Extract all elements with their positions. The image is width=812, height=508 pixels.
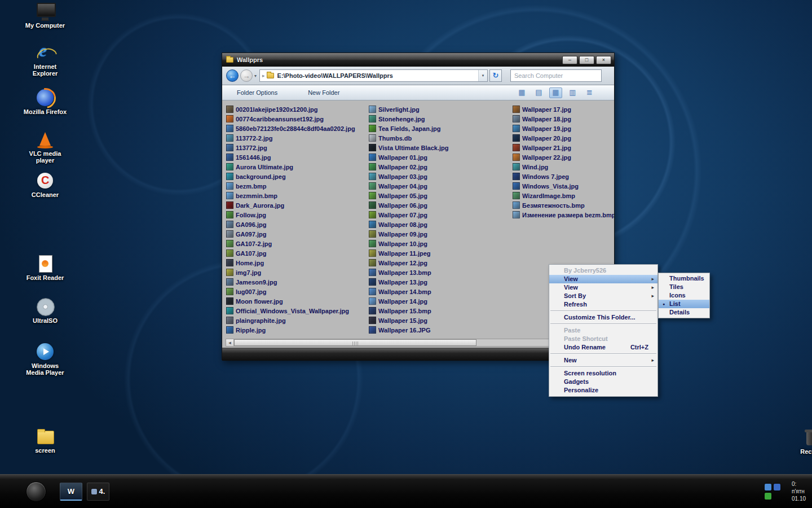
file-item[interactable]: lug007.jpg [226,287,368,296]
file-item[interactable]: Wallpaper 03.jpg [369,172,511,181]
file-item[interactable]: Wallpaper 05.jpg [369,191,511,200]
file-item[interactable]: Безмятежность.bmp [513,200,614,210]
file-item[interactable]: Dark_Aurora.jpg [226,200,368,210]
file-item[interactable]: GA096.jpg [226,220,368,229]
maximize-button[interactable]: □ [579,56,594,64]
desktop-icon-windows-media-player[interactable]: Windows Media Player [23,343,68,376]
search-input[interactable] [510,69,602,82]
close-button[interactable]: × [596,56,611,64]
context-menu-item-screen-resolution[interactable]: Screen resolution [549,369,657,378]
file-item[interactable]: Home.jpg [226,258,368,268]
desktop-icon-my-computer[interactable]: My Computer [23,3,68,29]
submenu-item-thumbnails[interactable]: Thumbnails [659,274,709,283]
views-list-icon[interactable]: ▥ [566,87,579,98]
file-item[interactable]: Wallpaper 17.jpg [513,104,614,114]
desktop-icon-foxit-reader[interactable]: Foxit Reader [23,255,68,281]
file-item[interactable]: Thumbs.db [369,133,511,143]
file-item[interactable]: Official_Windows_Vista_Wallpaper.jpg [226,306,368,316]
file-item[interactable]: Wallpaper 07.jpg [369,210,511,220]
file-item[interactable]: 00774caribbeansunset192.jpg [226,114,368,124]
display-tray-icon[interactable] [765,484,771,491]
file-item[interactable]: Stonehenge.jpg [369,114,511,124]
desktop-icon-ccleaner[interactable]: CCleaner [23,172,68,198]
file-item[interactable]: Wallpaper 13.bmp [369,268,511,277]
desktop-icon-internet-explorer[interactable]: Internet Explorer [23,44,68,77]
file-item[interactable]: Ripple.jpg [226,325,368,335]
file-item[interactable]: Wallpaper 09.jpg [369,229,511,239]
views-grid-icon[interactable]: ▦ [549,87,562,98]
file-item[interactable]: plaingraphite.jpg [226,316,368,325]
file-item[interactable]: Windows 7.jpeg [513,172,614,181]
file-item[interactable]: Wallpaper 15.jpg [369,316,511,325]
views-tiles-icon[interactable]: ▤ [532,87,545,98]
file-item[interactable]: Follow.jpg [226,210,368,220]
file-item[interactable]: Wallpaper 19.jpg [513,124,614,133]
file-item[interactable]: 113772.jpg [226,143,368,152]
submenu-item-tiles[interactable]: Tiles [659,283,709,291]
desktop-icon-screen[interactable]: screen [23,428,68,454]
file-item[interactable]: Изменение размера bezm.bmp [513,210,614,220]
views-large-icons-icon[interactable]: ▦ [515,87,528,98]
file-item[interactable]: WizardImage.bmp [513,191,614,200]
context-menu-item-gadgets[interactable]: Gadgets [549,378,657,386]
file-item[interactable]: Windows_Vista.jpg [513,181,614,191]
context-menu-item-new[interactable]: New▸ [549,356,657,365]
desktop-icon-mozilla-firefox[interactable]: Mozilla Firefox [23,89,68,115]
file-item[interactable]: Wallpaper 15.bmp [369,306,511,316]
network-tray-icon[interactable] [774,484,780,491]
file-item[interactable]: 00201lakejipe1920x1200.jpg [226,104,368,114]
file-item[interactable]: Aurora Ultimate.jpg [226,162,368,172]
new-folder-button[interactable]: New Folder [301,89,346,96]
file-item[interactable]: Wallpaper 16.JPG [369,325,511,335]
submenu-item-details[interactable]: Details [659,308,709,317]
file-item[interactable]: Wallpaper 02.jpg [369,162,511,172]
context-menu-item-undo-rename[interactable]: Undo RenameCtrl+Z [549,343,657,352]
desktop-icon-vlc-media-player[interactable]: VLC media player [23,131,68,164]
file-item[interactable]: Wallpaper 13.jpg [369,277,511,287]
file-item[interactable]: Wallpaper 04.jpg [369,181,511,191]
start-button[interactable] [26,481,46,502]
clock[interactable]: 0: п'ятн 01.10 [792,480,812,502]
file-item[interactable]: background.jpeg [226,172,368,181]
file-item[interactable]: Wallpaper 20.jpg [513,133,614,143]
file-item[interactable]: Wallpaper 21.jpg [513,143,614,152]
file-item[interactable]: Wallpaper 06.jpg [369,200,511,210]
file-item[interactable]: 1561446.jpg [226,152,368,162]
minimize-button[interactable]: – [562,56,577,64]
file-item[interactable]: Wind.jpg [513,162,614,172]
nav-history-chevron-icon[interactable]: ▾ [254,73,257,78]
taskbar-item[interactable]: W [60,483,82,501]
file-item[interactable]: Wallpaper 01.jpg [369,152,511,162]
file-item[interactable]: Jameson9.jpg [226,277,368,287]
file-item[interactable]: img7.jpg [226,268,368,277]
security-tray-icon[interactable] [765,493,771,500]
file-item[interactable]: GA107-2.jpg [226,239,368,248]
file-item[interactable]: Wallpaper 10.jpg [369,239,511,248]
refresh-button[interactable]: ↻ [489,69,502,82]
scrollbar-thumb[interactable] [234,339,476,346]
context-menu-item-view[interactable]: View▸ [549,275,657,283]
file-item[interactable]: Silverlight.jpg [369,104,511,114]
file-item[interactable]: 5860eb72123fe0c28844c8df04aa0202.jpg [226,124,368,133]
file-item[interactable]: Wallpaper 12.jpg [369,258,511,268]
file-item[interactable]: Tea Fields, Japan.jpg [369,124,511,133]
file-item[interactable]: bezmmin.bmp [226,191,368,200]
file-item[interactable]: Wallpaper 18.jpg [513,114,614,124]
file-item[interactable]: GA097.jpg [226,229,368,239]
title-bar[interactable]: Wallpprs – □ × [222,53,614,67]
file-item[interactable]: Vista Ultimate Black.jpg [369,143,511,152]
file-item[interactable]: Wallpaper 14.bmp [369,287,511,296]
back-button[interactable]: ← [226,69,239,82]
file-item[interactable]: Wallpaper 08.jpg [369,220,511,229]
context-menu-item-personalize[interactable]: Personalize [549,386,657,395]
context-menu-item-view[interactable]: View▸ [549,283,657,292]
context-menu-item-sort-by[interactable]: Sort By▸ [549,292,657,300]
file-item[interactable]: Wallpaper 14.jpg [369,296,511,306]
desktop-icon-recycle-bin[interactable]: Recycle [791,429,812,455]
file-item[interactable]: bezm.bmp [226,181,368,191]
submenu-item-icons[interactable]: Icons [659,291,709,300]
desktop-icon-ultraiso[interactable]: UltraISO [23,298,68,324]
forward-button[interactable]: → [240,69,253,82]
file-item[interactable]: 113772-2.jpg [226,133,368,143]
folder-options-button[interactable]: Folder Options [230,89,284,96]
